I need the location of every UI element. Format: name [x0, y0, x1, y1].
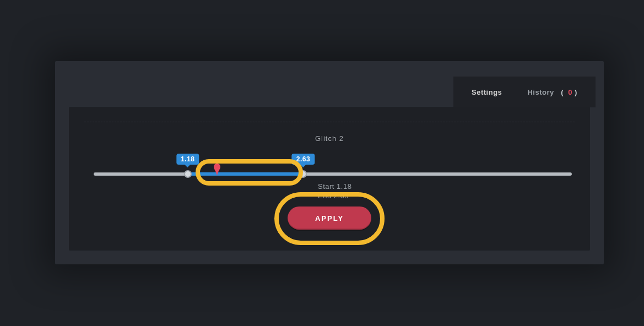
range-values-readout: Start 1.18 End 2.63 [318, 182, 351, 201]
history-paren-open: ( [561, 88, 564, 96]
start-value-text: Start 1.18 [318, 182, 351, 192]
tab-history[interactable]: History ( 0 ) [527, 88, 577, 96]
slider-start-handle[interactable] [184, 170, 192, 178]
panel-title: Glitch 2 [69, 134, 590, 143]
tab-settings[interactable]: Settings [472, 88, 502, 96]
tab-history-label: History [527, 88, 554, 96]
tabs-bar: Settings History ( 0 ) [453, 77, 596, 107]
apply-button[interactable]: APPLY [288, 207, 371, 230]
range-selection [188, 172, 304, 176]
inner-panel: Glitch 2 1.18 2.63 Start 1.18 End 2.63 A… [69, 107, 590, 251]
main-card: Settings History ( 0 ) Glitch 2 1.18 2.6… [55, 61, 604, 264]
divider-dashed [84, 122, 575, 122]
history-paren-close: ) [575, 88, 577, 96]
slider-end-handle[interactable] [299, 170, 307, 178]
slider-end-tooltip: 2.63 [292, 154, 315, 165]
end-value-text: End 2.63 [318, 192, 351, 201]
slider-start-tooltip: 1.18 [176, 154, 199, 165]
playhead-marker-icon [213, 164, 221, 178]
range-slider-track[interactable]: 1.18 2.63 [94, 172, 572, 176]
history-count: 0 [566, 88, 575, 96]
